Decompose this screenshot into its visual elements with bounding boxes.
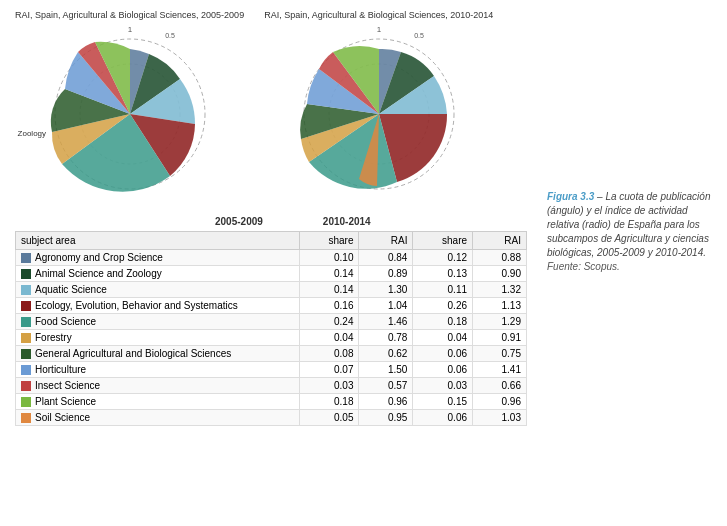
figure-caption: Figura 3.3 – La cuota de publicación (án… xyxy=(547,190,712,274)
svg-text:0.5: 0.5 xyxy=(414,32,424,39)
table-section: subject area share RAI share RAI Agronom… xyxy=(15,231,527,426)
color-box xyxy=(21,365,31,375)
table-row: Plant Science0.180.960.150.96 xyxy=(16,394,527,410)
table-header-row: subject area share RAI share RAI xyxy=(16,232,527,250)
chart-2010-2014: RAI, Spain, Agricultural & Biological Sc… xyxy=(264,10,493,204)
td-value: 0.95 xyxy=(359,410,413,426)
color-box xyxy=(21,285,31,295)
th-rai1: RAI xyxy=(359,232,413,250)
td-value: 1.30 xyxy=(359,282,413,298)
td-subject: Food Science xyxy=(16,314,300,330)
td-value: 0.91 xyxy=(473,330,527,346)
table-row: Insect Science0.030.570.030.66 xyxy=(16,378,527,394)
period-label-2: 2010-2014 xyxy=(323,216,371,227)
td-value: 0.06 xyxy=(413,346,473,362)
td-value: 0.07 xyxy=(299,362,359,378)
subject-name: Aquatic Science xyxy=(35,284,107,295)
td-value: 0.14 xyxy=(299,282,359,298)
td-value: 0.04 xyxy=(413,330,473,346)
td-value: 0.04 xyxy=(299,330,359,346)
td-subject: General Agricultural and Biological Scie… xyxy=(16,346,300,362)
right-panel: Figura 3.3 – La cuota de publicación (án… xyxy=(527,10,712,426)
th-share1: share xyxy=(299,232,359,250)
subject-name: General Agricultural and Biological Scie… xyxy=(35,348,231,359)
subject-name: Food Science xyxy=(35,316,96,327)
td-value: 0.10 xyxy=(299,250,359,266)
td-value: 0.96 xyxy=(359,394,413,410)
zoology-label: Zoology xyxy=(18,129,46,138)
table-row: Agronomy and Crop Science0.100.840.120.8… xyxy=(16,250,527,266)
subject-name: Animal Science and Zoology xyxy=(35,268,162,279)
td-value: 1.04 xyxy=(359,298,413,314)
td-subject: Ecology, Evolution, Behavior and Systema… xyxy=(16,298,300,314)
td-subject: Insect Science xyxy=(16,378,300,394)
subject-name: Agronomy and Crop Science xyxy=(35,252,163,263)
table-row: Ecology, Evolution, Behavior and Systema… xyxy=(16,298,527,314)
subject-name: Plant Science xyxy=(35,396,96,407)
pie-wrapper-2: 1 0.5 xyxy=(289,24,469,204)
chart-title-2: RAI, Spain, Agricultural & Biological Sc… xyxy=(264,10,493,20)
td-value: 0.05 xyxy=(299,410,359,426)
chart-2005-2009: RAI, Spain, Agricultural & Biological Sc… xyxy=(15,10,244,204)
td-value: 0.57 xyxy=(359,378,413,394)
td-value: 1.03 xyxy=(473,410,527,426)
color-box xyxy=(21,413,31,423)
td-value: 0.08 xyxy=(299,346,359,362)
color-box xyxy=(21,333,31,343)
td-value: 0.03 xyxy=(299,378,359,394)
td-value: 0.15 xyxy=(413,394,473,410)
td-value: 0.78 xyxy=(359,330,413,346)
charts-row: RAI, Spain, Agricultural & Biological Sc… xyxy=(15,10,527,204)
data-table: subject area share RAI share RAI Agronom… xyxy=(15,231,527,426)
td-value: 0.06 xyxy=(413,410,473,426)
td-value: 0.13 xyxy=(413,266,473,282)
td-subject: Forestry xyxy=(16,330,300,346)
figure-source: Fuente: Scopus. xyxy=(547,261,620,272)
subject-name: Soil Science xyxy=(35,412,90,423)
td-value: 1.41 xyxy=(473,362,527,378)
td-value: 1.50 xyxy=(359,362,413,378)
td-value: 0.26 xyxy=(413,298,473,314)
svg-text:1: 1 xyxy=(376,25,381,34)
td-value: 0.96 xyxy=(473,394,527,410)
th-subject: subject area xyxy=(16,232,300,250)
td-value: 1.29 xyxy=(473,314,527,330)
subject-name: Insect Science xyxy=(35,380,100,391)
td-value: 0.62 xyxy=(359,346,413,362)
td-subject: Horticulture xyxy=(16,362,300,378)
figure-label: Figura 3.3 xyxy=(547,191,594,202)
svg-text:1: 1 xyxy=(127,25,132,34)
td-value: 0.03 xyxy=(413,378,473,394)
td-value: 0.89 xyxy=(359,266,413,282)
td-value: 0.90 xyxy=(473,266,527,282)
table-row: General Agricultural and Biological Scie… xyxy=(16,346,527,362)
td-subject: Animal Science and Zoology xyxy=(16,266,300,282)
table-row: Food Science0.241.460.181.29 xyxy=(16,314,527,330)
period-labels-row: 2005-2009 2010-2014 xyxy=(215,216,527,227)
main-container: RAI, Spain, Agricultural & Biological Sc… xyxy=(0,0,727,436)
table-row: Animal Science and Zoology0.140.890.130.… xyxy=(16,266,527,282)
period-label-1: 2005-2009 xyxy=(215,216,263,227)
td-value: 0.75 xyxy=(473,346,527,362)
td-subject: Aquatic Science xyxy=(16,282,300,298)
color-box xyxy=(21,317,31,327)
figure-dash: – xyxy=(594,191,605,202)
pie-chart-2: 1 0.5 xyxy=(289,24,469,204)
td-value: 0.18 xyxy=(413,314,473,330)
td-value: 0.14 xyxy=(299,266,359,282)
td-value: 0.24 xyxy=(299,314,359,330)
td-value: 1.13 xyxy=(473,298,527,314)
td-subject: Soil Science xyxy=(16,410,300,426)
td-value: 0.18 xyxy=(299,394,359,410)
subject-name: Horticulture xyxy=(35,364,86,375)
td-subject: Agronomy and Crop Science xyxy=(16,250,300,266)
td-value: 0.66 xyxy=(473,378,527,394)
color-box xyxy=(21,397,31,407)
color-box xyxy=(21,381,31,391)
td-value: 0.11 xyxy=(413,282,473,298)
td-subject: Plant Science xyxy=(16,394,300,410)
color-box xyxy=(21,253,31,263)
chart-title-1: RAI, Spain, Agricultural & Biological Sc… xyxy=(15,10,244,20)
pie-chart-1: 1 0.5 xyxy=(40,24,220,204)
pie-wrapper-1: Zoology xyxy=(40,24,220,204)
